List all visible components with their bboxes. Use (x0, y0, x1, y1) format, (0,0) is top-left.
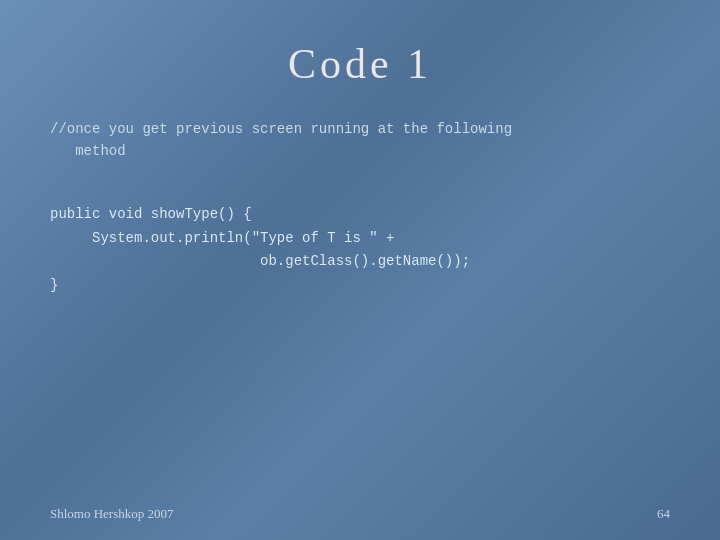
footer-page-number: 64 (657, 506, 670, 522)
slide-title: Code 1 (0, 40, 720, 88)
slide: Code 1 //once you get previous screen ru… (0, 0, 720, 540)
comment-line: //once you get previous screen running a… (50, 118, 670, 163)
code-block: public void showType() { System.out.prin… (50, 203, 670, 298)
footer-author: Shlomo Hershkop 2007 (50, 506, 174, 522)
slide-footer: Shlomo Hershkop 2007 64 (0, 494, 720, 540)
slide-content: //once you get previous screen running a… (0, 118, 720, 494)
